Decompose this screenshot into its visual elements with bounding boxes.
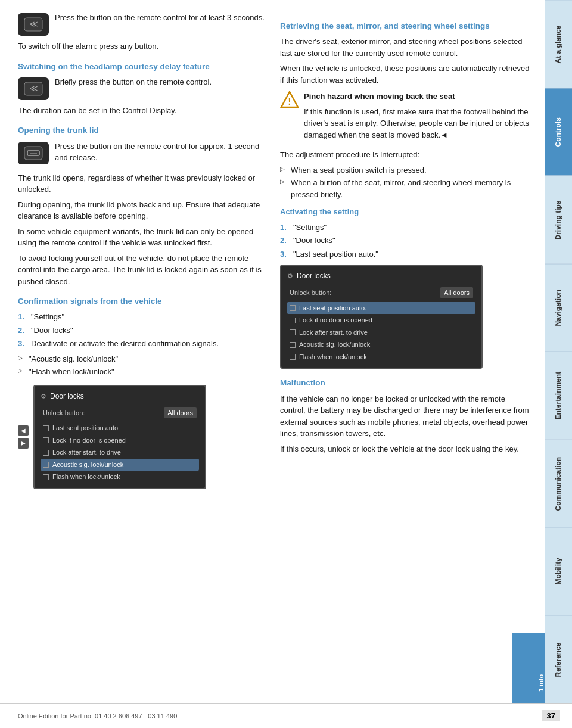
trunk-p1: The trunk lid opens, regardless of wheth… xyxy=(18,172,268,195)
malfunction-p2: If this occurs, unlock or lock the vehic… xyxy=(280,443,530,455)
footer: Online Edition for Part no. 01 40 2 606 … xyxy=(0,703,572,728)
trunk-p3: In some vehicle equipment variants, the … xyxy=(18,226,268,249)
screen-mock-left: ⚙ Door locks Unlock button: All doors La… xyxy=(33,385,206,489)
retrieve-p1: The driver's seat, exterior mirror, and … xyxy=(280,36,530,59)
footer-online-text: Online Edition for Part no. 01 40 2 606 … xyxy=(18,713,177,720)
activating-heading: Activating the setting xyxy=(280,206,530,218)
screen-row-right-2: Lock after start. to drive xyxy=(287,326,475,339)
confirmation-list: 1. "Settings" 2. "Door locks" 3. Deactiv… xyxy=(18,311,268,350)
sidebar-tab-driving-tips[interactable]: Driving tips xyxy=(545,176,572,264)
sidebar-tab-navigation[interactable]: Navigation xyxy=(545,264,572,352)
interrupted-bullets: When a seat position switch is pressed. … xyxy=(280,164,530,201)
sidebar-tab-at-a-glance[interactable]: At a glance xyxy=(545,0,572,88)
screen-unlock-row: Unlock button: All doors xyxy=(41,406,199,420)
screen-row-2: Lock after start. to drive xyxy=(41,446,199,459)
trunk-heading: Opening the trunk lid xyxy=(18,125,268,136)
sidebar-tab-communication[interactable]: Communication xyxy=(545,440,572,528)
right-column: Retrieving the seat, mirror, and steerin… xyxy=(280,12,530,691)
screen-row-0: Last seat position auto. xyxy=(41,422,199,434)
warning-icon: ! xyxy=(280,91,299,110)
list-item: 2. "Door locks" xyxy=(18,325,268,337)
screen-title: ⚙ Door locks xyxy=(41,391,199,402)
screen-row-3-highlighted: Acoustic sig. lock/unlock xyxy=(41,459,199,471)
screen-row-1: Lock if no door is opened xyxy=(41,434,199,447)
trunk-icon-section: Press the button on the remote control f… xyxy=(18,141,268,167)
checkbox-icon xyxy=(43,425,49,431)
screen-row-right-1: Lock if no door is opened xyxy=(287,314,475,326)
checkbox-icon xyxy=(290,342,296,348)
checkbox-icon xyxy=(43,450,49,456)
door-locks-screen-left: ◀ ▶ ⚙ Door locks Unlock button: All door… xyxy=(18,380,268,494)
checkbox-icon xyxy=(290,318,296,323)
remote-icon: ≪ xyxy=(18,13,49,36)
interrupted-text: The adjustment procedure is interrupted: xyxy=(280,149,530,161)
list-item: When a button of the seat, mirror, and s… xyxy=(280,177,530,200)
list-item: 2. "Door locks" xyxy=(280,235,530,247)
trunk-icon-text: Press the button on the remote control f… xyxy=(55,141,268,164)
trunk-remote-icon xyxy=(18,142,49,164)
left-column: ≪ Press the button on the remote control… xyxy=(18,12,268,691)
malfunction-heading: Malfunction xyxy=(280,377,530,389)
confirmation-bullets: "Acoustic sig. lock/unlock" "Flash when … xyxy=(18,353,268,378)
screen-row-right-3: Acoustic sig. lock/unlock xyxy=(287,338,475,351)
confirmation-heading: Confirmation signals from the vehicle xyxy=(18,295,268,307)
sidebar-tab-controls[interactable]: Controls xyxy=(545,88,572,176)
svg-text:≪: ≪ xyxy=(29,19,38,29)
nav-right-icon[interactable]: ▶ xyxy=(18,438,29,449)
svg-text:≪: ≪ xyxy=(29,83,38,93)
list-item: "Flash when lock/unlock" xyxy=(18,366,268,378)
warning-block: ! Pinch hazard when moving back the seat… xyxy=(280,91,530,144)
alarm-text: To switch off the alarm: press any butto… xyxy=(18,41,268,52)
activating-list: 1. "Settings" 2. "Door locks" 3. "Last s… xyxy=(280,222,530,260)
checkbox-icon xyxy=(43,474,49,480)
page-number: 37 xyxy=(542,710,560,721)
headlamp-text: Briefly press the button on the remote c… xyxy=(55,76,212,88)
list-item: When a seat position switch is pressed. xyxy=(280,164,530,176)
warning-detail: If this function is used, first make sur… xyxy=(304,106,530,141)
headlamp-remote-icon: ≪ xyxy=(18,77,49,100)
headlamp-duration: The duration can be set in the Control D… xyxy=(18,105,268,117)
list-item: "Acoustic sig. lock/unlock" xyxy=(18,353,268,365)
headlamp-heading: Switching on the headlamp courtesy delay… xyxy=(18,61,268,73)
headlamp-icon-section: ≪ Briefly press the button on the remote… xyxy=(18,76,268,100)
sidebar: At a glance Controls Driving tips Naviga… xyxy=(545,0,572,703)
trunk-p2: During opening, the trunk lid pivots bac… xyxy=(18,199,268,222)
checkbox-icon xyxy=(43,437,49,443)
retrieve-heading: Retrieving the seat, mirror, and steerin… xyxy=(280,20,530,32)
screen-title-right: ⚙ Door locks xyxy=(287,270,475,281)
main-content: ≪ Press the button on the remote control… xyxy=(0,0,542,703)
checkbox-icon xyxy=(290,329,296,335)
sidebar-tab-reference[interactable]: Reference xyxy=(545,615,572,704)
screen-row-right-0-highlighted: Last seat position auto. xyxy=(287,302,475,315)
screen-row-4: Flash when lock/unlock xyxy=(41,471,199,483)
list-item: 1. "Settings" xyxy=(280,222,530,234)
remote-press-section: ≪ Press the button on the remote control… xyxy=(18,12,268,36)
trunk-p4: To avoid locking yourself out of the veh… xyxy=(18,253,268,288)
checkbox-icon xyxy=(290,305,296,311)
screen-row-right-4: Flash when lock/unlock xyxy=(287,351,475,363)
list-item: 3. "Last seat position auto." xyxy=(280,248,530,260)
nav-left-icon[interactable]: ◀ xyxy=(18,425,29,436)
warning-text: Pinch hazard when moving back the seat xyxy=(304,91,530,102)
sidebar-tab-entertainment[interactable]: Entertainment xyxy=(545,351,572,440)
list-item: 3. Deactivate or activate the desired co… xyxy=(18,338,268,350)
sidebar-tab-mobility[interactable]: Mobility xyxy=(545,527,572,615)
list-item: 1. "Settings" xyxy=(18,311,268,323)
malfunction-p1: If the vehicle can no longer be locked o… xyxy=(280,393,530,440)
retrieve-p2: When the vehicle is unlocked, these posi… xyxy=(280,63,530,86)
remote-press-text: Press the button on the remote control f… xyxy=(55,12,265,24)
door-locks-screen-right: ⚙ Door locks Unlock button: All doors La… xyxy=(280,265,483,369)
checkbox-icon xyxy=(290,354,296,360)
checkbox-icon xyxy=(43,462,49,468)
svg-text:!: ! xyxy=(288,97,291,107)
screen-unlock-row-right: Unlock button: All doors xyxy=(287,286,475,300)
